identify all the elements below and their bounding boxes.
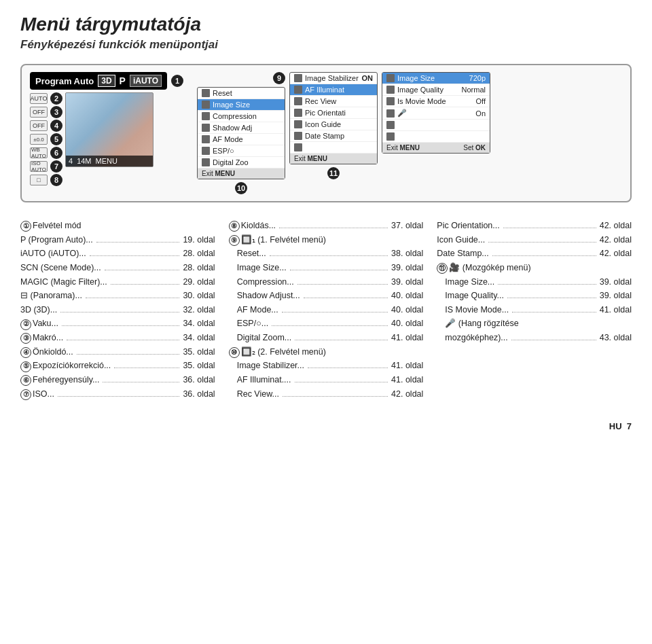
dots [67,340,179,340]
dots [272,325,388,326]
num-10: ⑩ [229,347,240,358]
menu-panel-3: Image Size 720p Image Quality Normal Is … [382,72,490,154]
mode-iauto-badge: iAUTO [130,75,162,87]
datestamp-icon [294,132,302,140]
label-program-auto: P (Program Auto)... [20,233,93,247]
menu-panel-2: Image Stabilizer ON AF Illuminat Rec Vie… [289,72,378,164]
page-expozicio: 35. oldal [183,359,215,373]
imagequality-icon [386,86,395,94]
setting-off2: OFF 4 [30,120,62,132]
blank3-icon [386,132,395,141]
item-scn: SCN (Scene Mode)... 28. oldal [20,261,215,275]
page-afmode-col2: 40. oldal [391,303,423,317]
label-menu1: 🔲₁ (1. Felvétel menü) [241,233,326,247]
item-imagequality-col3: Image Quality... 39. oldal [437,289,632,303]
page-shadowadjust: 40. oldal [391,289,423,303]
menu-item-blank2 [382,120,490,131]
item-movie-imagesize: Image Size... 39. oldal [437,275,632,289]
item-menu2: ⑩ 🔲₂ (2. Felvétel menü) [229,345,424,359]
item-magic: MAGIC (Magic Filter)... 29. oldal [20,275,215,289]
shadowadj-icon [202,124,210,132]
menu-item-datestamp: Date Stamp [290,130,377,142]
page-onkioldo: 35. oldal [183,345,215,359]
badge-3: 3 [50,106,62,118]
menu-item-afilluminat[interactable]: AF Illuminat [290,84,377,96]
label-mic: 🎤 (Hang rögzítése [445,317,518,331]
compression-icon [202,112,210,120]
num-11: ⑪ [437,263,448,274]
setting-sq: □ 8 [30,174,62,186]
afmode-label: AF Mode [213,135,243,143]
label-magic: MAGIC (Magic Filter)... [20,275,107,289]
item-vaku: ② Vaku... 34. oldal [20,317,215,331]
mic-icon [386,109,395,118]
mode-3d-badge: 3D [98,75,115,87]
item-afmode-col2: AF Mode... 40. oldal [229,303,424,317]
num-1: ① [20,221,31,232]
menu-item-picorientation: Pic Orientati [290,107,377,119]
recview-icon [294,97,302,105]
reset-icon [202,89,210,97]
page-number: 7 [627,421,632,431]
dots [86,298,180,298]
page-kioldas: 37. oldal [391,219,423,233]
dots [295,340,388,340]
reset-label: Reset [213,89,232,97]
blank2-icon [386,121,395,129]
settings-strip: AUTO 2 OFF 3 OFF 4 ±0.0 5 WBAUTO 6 [30,92,62,186]
label-recview-col2: Rec View... [237,387,279,401]
iconguide-icon [294,120,302,128]
page-imagesize: 39. oldal [391,261,423,275]
label-afilluminat-col2: AF Illuminat.... [237,373,291,387]
badge-9: 9 [273,72,285,84]
dots [492,255,596,256]
sq-icon: □ [30,175,48,185]
dots [77,354,180,355]
menu-item-afmode: AF Mode [198,134,285,145]
item-panorama: ⊟ (Panorama)... 30. oldal [20,289,215,303]
afilluminat-icon [294,86,302,94]
label-compression: Compression... [237,275,294,289]
camera-ui-section: Program Auto 3D P iAUTO 1 AUTO 2 OFF 3 [20,64,632,202]
menu-3-set-label: Set OK [463,144,486,151]
dots [58,396,179,397]
lang-label: HU [609,421,622,431]
imagesize-label: Image Size [213,101,250,109]
num-3: ③ [20,333,31,344]
auto-icon: AUTO [30,93,48,104]
label-felvétel-mod: Felvétel mód [33,219,82,233]
blank1-icon [294,143,302,151]
dots [279,228,388,228]
item-iso: ⑦ ISO... 36. oldal [20,387,215,401]
item-iauto: iAUTO (iAUTO)... 28. oldal [20,247,215,261]
dots [282,312,388,312]
dots [507,298,596,298]
menu-item-imagesize[interactable]: Image Size [198,99,285,111]
item-compression: Compression... 39. oldal [229,275,424,289]
badge-10: 10 [235,182,247,194]
item-iconguide-col3: Icon Guide... 42. oldal [437,233,632,247]
item-imagesize: Image Size... 39. oldal [229,261,424,275]
page-datestamp-col3: 42. oldal [600,247,632,261]
label-3d: 3D (3D)... [20,303,57,317]
dots [297,284,388,285]
ismoviemode-label: Is Movie Mode [397,97,446,105]
page-mic-sub: 43. oldal [600,331,632,345]
label-iso: ISO... [33,387,54,401]
label-onkioldo: Önkioldó... [33,345,73,359]
page-magic: 29. oldal [183,275,215,289]
menu-item-movieimagesize[interactable]: Image Size 720p [382,73,490,84]
menu-2-exit-label: Exit MENU [294,155,327,162]
iconguide-label: Icon Guide [305,120,341,128]
menu-3-exit-label: Exit MENU [386,144,420,151]
dots [503,228,596,228]
item-mic-label: 🎤 (Hang rögzítése [437,317,632,331]
num-6: ⑥ [20,375,31,386]
badge-1: 1 [171,75,183,87]
movieimagesize-label: Image Size [397,74,435,82]
item-recview-col2: Rec View... 42. oldal [229,387,424,401]
menu-1-footer: Exit MENU [198,168,285,179]
label-picorientation-col3: Pic Orientation... [437,219,499,233]
page-picorientation-col3: 42. oldal [600,219,632,233]
content-col-1: ① Felvétel mód P (Program Auto)... 19. o… [20,219,215,401]
